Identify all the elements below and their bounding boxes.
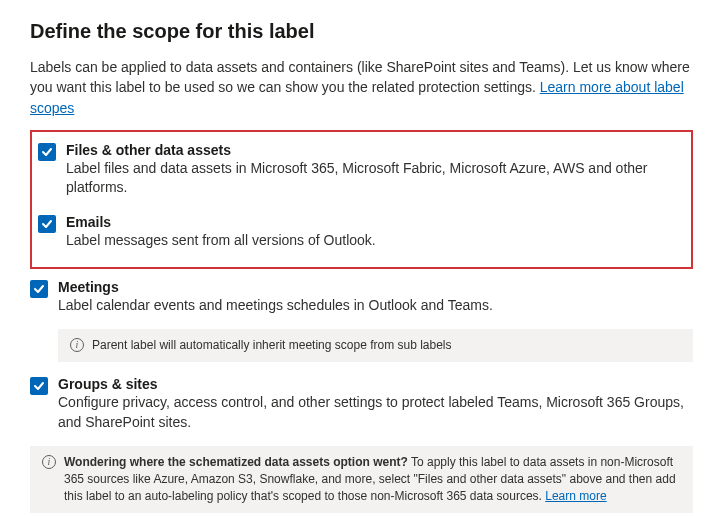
scope-emails: Emails Label messages sent from all vers… xyxy=(38,210,683,261)
emails-desc: Label messages sent from all versions of… xyxy=(66,231,683,251)
checkmark-icon xyxy=(41,218,53,230)
scope-groups: Groups & sites Configure privacy, access… xyxy=(30,372,693,442)
schematized-info-bar: i Wondering where the schematized data a… xyxy=(30,446,693,512)
meetings-desc: Label calendar events and meetings sched… xyxy=(58,296,693,316)
meetings-checkbox[interactable] xyxy=(30,280,48,298)
groups-checkbox[interactable] xyxy=(30,377,48,395)
checkmark-icon xyxy=(41,146,53,158)
files-desc: Label files and data assets in Microsoft… xyxy=(66,159,683,198)
scope-meetings: Meetings Label calendar events and meeti… xyxy=(30,275,693,326)
schematized-learn-more-link[interactable]: Learn more xyxy=(545,489,606,503)
highlighted-scopes: Files & other data assets Label files an… xyxy=(30,130,693,269)
meetings-title: Meetings xyxy=(58,279,693,295)
meetings-info-text: Parent label will automatically inherit … xyxy=(92,337,681,354)
groups-desc: Configure privacy, access control, and o… xyxy=(58,393,693,432)
emails-checkbox[interactable] xyxy=(38,215,56,233)
info-icon: i xyxy=(42,455,56,469)
groups-title: Groups & sites xyxy=(58,376,693,392)
checkmark-icon xyxy=(33,283,45,295)
files-title: Files & other data assets xyxy=(66,142,683,158)
schematized-bold: Wondering where the schematized data ass… xyxy=(64,455,408,469)
files-checkbox[interactable] xyxy=(38,143,56,161)
info-icon: i xyxy=(70,338,84,352)
meetings-info-bar: i Parent label will automatically inheri… xyxy=(58,329,693,362)
scope-files: Files & other data assets Label files an… xyxy=(38,138,683,208)
page-title: Define the scope for this label xyxy=(30,20,693,43)
intro-text: Labels can be applied to data assets and… xyxy=(30,57,693,118)
checkmark-icon xyxy=(33,380,45,392)
emails-title: Emails xyxy=(66,214,683,230)
